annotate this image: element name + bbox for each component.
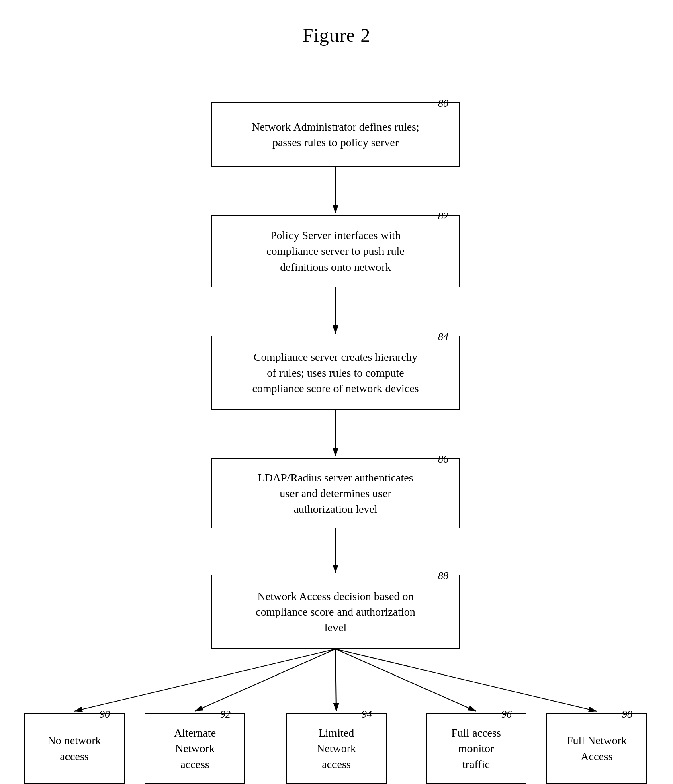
label-96: 96	[501, 708, 512, 721]
svg-line-7	[335, 649, 336, 711]
label-94: 94	[362, 708, 372, 721]
svg-line-9	[335, 649, 597, 711]
svg-line-8	[335, 649, 476, 711]
label-86: 86	[438, 453, 448, 465]
node-86: LDAP/Radius server authenticates user an…	[211, 458, 460, 528]
page-title: Figure 2	[0, 0, 673, 62]
diagram-container: Network Administrator defines rules; pas…	[0, 62, 673, 784]
svg-line-6	[195, 649, 335, 711]
node-96: Full access monitor traffic	[426, 713, 526, 784]
node-90: No network access	[24, 713, 125, 784]
svg-line-5	[74, 649, 335, 711]
label-90: 90	[100, 708, 110, 721]
label-84: 84	[438, 331, 448, 343]
connectors-svg	[0, 62, 673, 784]
label-82: 82	[438, 210, 448, 222]
node-84: Compliance server creates hierarchy of r…	[211, 336, 460, 410]
node-92: Alternate Network access	[145, 713, 245, 784]
label-80: 80	[438, 98, 448, 110]
node-80: Network Administrator defines rules; pas…	[211, 102, 460, 167]
node-94: Limited Network access	[286, 713, 387, 784]
label-98: 98	[622, 708, 632, 721]
label-92: 92	[220, 708, 231, 721]
node-88: Network Access decision based on complia…	[211, 575, 460, 649]
node-82: Policy Server interfaces with compliance…	[211, 215, 460, 287]
label-88: 88	[438, 570, 448, 582]
node-98: Full Network Access	[546, 713, 647, 784]
